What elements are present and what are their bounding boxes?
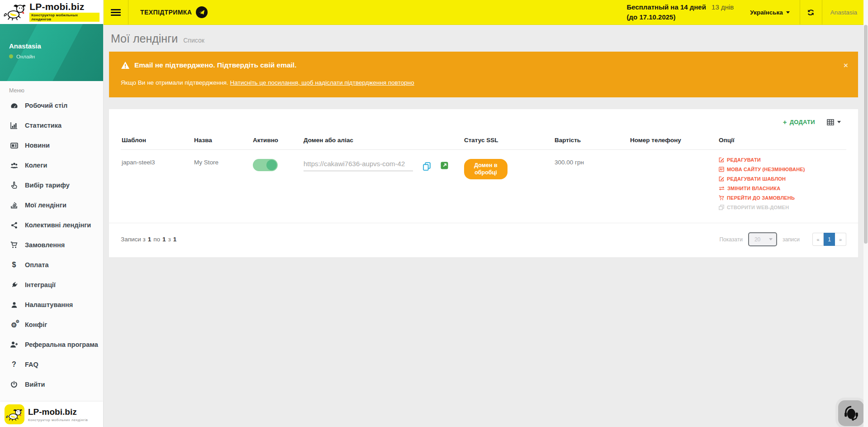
table-footer: Записи з1 по1 з1 Показати 20 записи « 1 … [109, 223, 858, 257]
landings-table: Шаблон Назва Активно Домен або аліас Ста… [121, 131, 846, 222]
sidebar: LP-mobi.biz Конструктор мобильных лендин… [0, 0, 104, 427]
newspaper-icon [10, 142, 18, 149]
cart-icon [719, 195, 724, 201]
cell-template: japan-steel3 [121, 150, 193, 222]
cell-price: 300.00 грн [554, 150, 629, 222]
plug-icon [10, 282, 18, 288]
trial-days-left: 13 днів [711, 3, 734, 11]
page-scrollbar[interactable] [863, 0, 868, 427]
sidebar-item-payment[interactable]: $ Оплата [0, 255, 103, 275]
refresh-button[interactable] [800, 0, 822, 24]
headset-icon [843, 405, 859, 422]
footer-logo-subtitle: Конструктор мобільних лендінгів [28, 418, 88, 422]
page-title: Мої лендінги [111, 32, 178, 45]
menu-section-label: Меню [0, 85, 103, 96]
sidebar-user-panel: Anastasia Онлайн [0, 24, 103, 81]
alert-close-button[interactable]: × [844, 62, 848, 69]
records-info: Записи з1 по1 з1 [121, 236, 176, 243]
sidebar-item-tariff[interactable]: Вибір тарифу [0, 175, 103, 195]
sidebar-item-statistics[interactable]: Статистика [0, 115, 103, 135]
sidebar-item-orders[interactable]: Замовлення [0, 235, 103, 255]
chevron-down-icon [786, 11, 790, 14]
sidebar-item-integrations[interactable]: Інтеграції [0, 275, 103, 295]
main-content: Мої лендінги Список Email не підтверджен… [104, 25, 868, 427]
edit-icon [719, 176, 724, 182]
bar-chart-icon [10, 122, 18, 129]
sidebar-item-settings[interactable]: Налаштування [0, 295, 103, 315]
tech-support-link[interactable]: ТЕХПІДТРИМКА [128, 0, 219, 24]
sidebar-item-collective-landings[interactable]: Колективні лендінги [0, 215, 103, 235]
option-create-web-domain-link[interactable]: СТВОРИТИ WEB-ДОМЕН [719, 205, 843, 210]
sidebar-item-logout[interactable]: Вийти [0, 374, 103, 394]
cell-phone [629, 150, 718, 222]
footer-logo-title: LP-mobi.biz [28, 407, 88, 417]
cart-icon [10, 241, 18, 249]
option-site-language-link[interactable]: МОВА САЙТУ (НЕЗМІНЮВАНЕ) [719, 167, 843, 172]
trial-plan-name: Бесплатный на 14 дней [627, 3, 706, 11]
dog-mascot-icon [4, 3, 27, 21]
online-status-label: Онлайн [16, 54, 35, 59]
next-page-button[interactable]: » [835, 233, 846, 246]
domain-input[interactable] [304, 159, 413, 171]
add-landing-button[interactable]: + ДОДАТИ [783, 118, 815, 126]
sidebar-item-config[interactable]: ⚙⚙ Конфіг [0, 315, 103, 335]
support-chat-button[interactable] [838, 400, 864, 426]
col-header-options: Опції [718, 131, 846, 150]
option-change-owner-link[interactable]: ЗМІНИТИ ВЛАСНИКА [719, 186, 843, 191]
tech-support-label: ТЕХПІДТРИМКА [140, 9, 192, 16]
email-confirmation-alert: Email не підтверджено. Підтвердіть свій … [109, 52, 858, 97]
col-header-domain: Домен або аліас [303, 131, 463, 150]
users-icon [10, 162, 18, 169]
page-subtitle: Список [183, 37, 204, 44]
power-icon [10, 381, 18, 388]
trial-until-date: (до 17.10.2025) [627, 13, 676, 21]
page-1-button[interactable]: 1 [824, 233, 835, 246]
user-icon [10, 302, 18, 308]
hamburger-icon [111, 8, 121, 17]
logo-title: LP-mobi.biz [29, 1, 100, 12]
sidebar-item-colleagues[interactable]: Колеги [0, 155, 103, 175]
user-plus-icon [10, 341, 18, 348]
col-header-phone: Номер телефону [629, 131, 718, 150]
col-header-active: Активно [252, 131, 303, 150]
records-label: записи [783, 236, 800, 243]
table-grid-icon [827, 119, 834, 126]
trial-plan-info: Бесплатный на 14 дней 13 днів (до 17.10.… [627, 0, 740, 24]
topbar: ТЕХПІДТРИМКА Бесплатный на 14 дней 13 дн… [104, 0, 868, 25]
chevron-down-icon [837, 121, 841, 123]
table-row: japan-steel3 My Store [121, 150, 846, 222]
copy-domain-button[interactable] [422, 162, 432, 171]
alert-message-prefix: Якщо Ви не отримали підтвердження. [121, 79, 228, 86]
sidebar-item-news[interactable]: Новини [0, 135, 103, 155]
option-go-to-orders-link[interactable]: ПЕРЕЙТИ ДО ЗАМОВЛЕНЬ [719, 195, 843, 201]
sidebar-footer-logo[interactable]: LP-mobi.biz Конструктор мобільних лендін… [0, 402, 103, 427]
sidebar-item-my-landings[interactable]: Мої лендінги [0, 195, 103, 215]
open-domain-button[interactable] [441, 162, 448, 169]
language-icon [719, 167, 724, 172]
sidebar-item-dashboard[interactable]: Робочий стіл [0, 96, 103, 115]
page-size-select[interactable]: 20 [748, 232, 777, 246]
col-header-template: Шаблон [121, 131, 193, 150]
col-header-ssl: Статус SSL [463, 131, 554, 150]
prev-page-button[interactable]: « [812, 233, 824, 246]
option-edit-template-link[interactable]: РЕДАГУВАТИ ШАБЛОН [719, 176, 843, 182]
online-status-dot [9, 54, 13, 58]
sidebar-user-name: Anastasia [9, 42, 103, 50]
chevron-down-icon [769, 238, 773, 240]
topbar-username[interactable]: Anastasia [822, 0, 868, 24]
sidebar-item-faq[interactable]: ? FAQ [0, 355, 103, 374]
resend-confirmation-link[interactable]: Натисніть це посилання, щоб надіслати пі… [230, 79, 414, 86]
scrollbar-thumb[interactable] [864, 25, 868, 244]
active-toggle[interactable] [253, 159, 278, 171]
column-settings-dropdown[interactable] [827, 119, 841, 126]
app-root: LP-mobi.biz Конструктор мобильных лендин… [0, 0, 868, 427]
share-icon [10, 222, 18, 229]
sidebar-user-status: Онлайн [9, 54, 103, 59]
cell-name: My Store [193, 150, 252, 222]
language-selector[interactable]: Українська [740, 0, 799, 24]
sidebar-item-referral[interactable]: Реферальна програма [0, 335, 103, 355]
sidebar-toggle-button[interactable] [104, 0, 128, 24]
alert-title-text: Email не підтверджено. Підтвердіть свій … [134, 61, 296, 69]
app-logo[interactable]: LP-mobi.biz Конструктор мобильных лендин… [0, 0, 103, 24]
option-edit-link[interactable]: РЕДАГУВАТИ [719, 157, 843, 163]
